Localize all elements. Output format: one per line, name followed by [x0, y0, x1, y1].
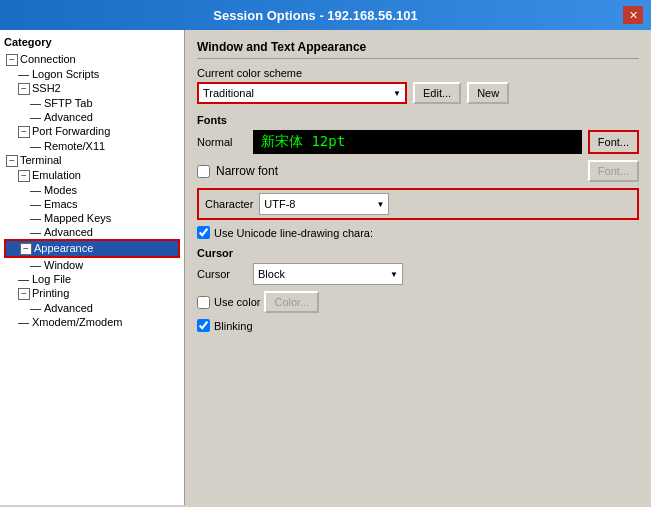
sidebar-item-printing[interactable]: −Printing	[4, 286, 180, 301]
blinking-row: Blinking	[197, 319, 639, 332]
use-color-checkbox[interactable]	[197, 296, 210, 309]
narrow-font-label: Narrow font	[216, 164, 278, 178]
dropdown-arrow-icon: ▼	[393, 89, 401, 98]
tree-item-label: SFTP Tab	[44, 97, 93, 109]
narrow-font-button[interactable]: Font...	[588, 160, 639, 182]
sidebar-item-connection[interactable]: −Connection	[4, 52, 180, 67]
normal-font-row: Normal 新宋体 12pt Font...	[197, 130, 639, 154]
leaf-spacer: —	[30, 97, 44, 109]
title-bar-text: Session Options - 192.168.56.101	[8, 8, 623, 23]
tree-item-label: Xmodem/Zmodem	[32, 316, 122, 328]
category-label: Category	[4, 36, 180, 48]
expand-icon: −	[18, 170, 30, 182]
unicode-checkbox-row: Use Unicode line-drawing chara:	[197, 226, 639, 239]
leaf-spacer: —	[30, 111, 44, 123]
sidebar-item-appearance[interactable]: −Appearance	[4, 239, 180, 258]
tree-item-label: Advanced	[44, 111, 93, 123]
sidebar-item-xmodem[interactable]: — Xmodem/Zmodem	[4, 315, 180, 329]
char-dropdown-arrow-icon: ▼	[376, 200, 384, 209]
tree-item-label: Advanced	[44, 226, 93, 238]
cursor-dropdown-arrow-icon: ▼	[390, 270, 398, 279]
expand-icon: −	[6, 54, 18, 66]
tree-item-label: Logon Scripts	[32, 68, 99, 80]
color-scheme-dropdown[interactable]: Traditional ▼	[197, 82, 407, 104]
color-scheme-value: Traditional	[203, 87, 254, 99]
use-color-row: Use color Color...	[197, 291, 639, 313]
cursor-label: Cursor	[197, 268, 247, 280]
tree-item-label: Port Forwarding	[32, 125, 110, 137]
blinking-label: Blinking	[214, 320, 253, 332]
font-button[interactable]: Font...	[588, 130, 639, 154]
tree-container: −Connection— Logon Scripts−SSH2— SFTP Ta…	[4, 52, 180, 329]
sidebar-item-emulation[interactable]: −Emulation	[4, 168, 180, 183]
sidebar: Category −Connection— Logon Scripts−SSH2…	[0, 30, 185, 505]
expand-icon: −	[18, 288, 30, 300]
sidebar-item-port-forwarding[interactable]: −Port Forwarding	[4, 124, 180, 139]
narrow-font-checkbox[interactable]	[197, 165, 210, 178]
expand-icon: −	[18, 83, 30, 95]
sidebar-item-advanced3[interactable]: — Advanced	[4, 301, 180, 315]
cursor-section: Cursor Cursor Block ▼ Use color Color...…	[197, 247, 639, 332]
color-scheme-group: Current color scheme Traditional ▼ Edit.…	[197, 67, 639, 104]
sidebar-item-remote-x11[interactable]: — Remote/X11	[4, 139, 180, 153]
main-container: Category −Connection— Logon Scripts−SSH2…	[0, 30, 651, 505]
tree-item-label: Remote/X11	[44, 140, 105, 152]
sidebar-item-emacs[interactable]: — Emacs	[4, 197, 180, 211]
sidebar-item-modes[interactable]: — Modes	[4, 183, 180, 197]
cursor-value: Block	[258, 268, 285, 280]
leaf-spacer: —	[30, 198, 44, 210]
sidebar-item-terminal[interactable]: −Terminal	[4, 153, 180, 168]
font-display: 新宋体 12pt	[253, 130, 582, 154]
tree-item-label: Modes	[44, 184, 77, 196]
expand-icon: −	[6, 155, 18, 167]
cursor-dropdown[interactable]: Block ▼	[253, 263, 403, 285]
character-dropdown[interactable]: UTF-8 ▼	[259, 193, 389, 215]
leaf-spacer: —	[18, 68, 32, 80]
leaf-spacer: —	[30, 184, 44, 196]
tree-item-label: Emacs	[44, 198, 78, 210]
fonts-section-title: Fonts	[197, 114, 639, 126]
tree-item-label: Mapped Keys	[44, 212, 111, 224]
tree-item-label: Advanced	[44, 302, 93, 314]
leaf-spacer: —	[18, 316, 32, 328]
tree-item-label: Window	[44, 259, 83, 271]
leaf-spacer: —	[30, 259, 44, 271]
tree-item-label: SSH2	[32, 82, 61, 94]
tree-item-label: Printing	[32, 287, 69, 299]
cursor-section-title: Cursor	[197, 247, 639, 259]
content-panel: Window and Text Appearance Current color…	[185, 30, 651, 505]
sidebar-item-ssh2[interactable]: −SSH2	[4, 81, 180, 96]
tree-item-label: Terminal	[20, 154, 62, 166]
normal-label: Normal	[197, 136, 247, 148]
leaf-spacer: —	[18, 273, 32, 285]
tree-item-label: Emulation	[32, 169, 81, 181]
title-bar: Session Options - 192.168.56.101 ✕	[0, 0, 651, 30]
sidebar-item-window[interactable]: — Window	[4, 258, 180, 272]
edit-button[interactable]: Edit...	[413, 82, 461, 104]
section-title: Window and Text Appearance	[197, 40, 639, 59]
expand-icon: −	[18, 126, 30, 138]
new-button[interactable]: New	[467, 82, 509, 104]
sidebar-item-advanced[interactable]: — Advanced	[4, 110, 180, 124]
sidebar-item-logon-scripts[interactable]: — Logon Scripts	[4, 67, 180, 81]
color-scheme-label: Current color scheme	[197, 67, 639, 79]
leaf-spacer: —	[30, 226, 44, 238]
tree-item-label: Log File	[32, 273, 71, 285]
narrow-font-row: Narrow font Font...	[197, 160, 639, 182]
character-label: Character	[205, 198, 253, 210]
leaf-spacer: —	[30, 212, 44, 224]
sidebar-item-log-file[interactable]: — Log File	[4, 272, 180, 286]
sidebar-item-advanced2[interactable]: — Advanced	[4, 225, 180, 239]
tree-item-label: Appearance	[34, 242, 93, 254]
leaf-spacer: —	[30, 302, 44, 314]
leaf-spacer: —	[30, 140, 44, 152]
tree-item-label: Connection	[20, 53, 76, 65]
sidebar-item-sftp-tab[interactable]: — SFTP Tab	[4, 96, 180, 110]
color-button[interactable]: Color...	[264, 291, 319, 313]
character-row: Character UTF-8 ▼	[197, 188, 639, 220]
sidebar-item-mapped-keys[interactable]: — Mapped Keys	[4, 211, 180, 225]
close-button[interactable]: ✕	[623, 6, 643, 24]
cursor-row: Cursor Block ▼	[197, 263, 639, 285]
unicode-checkbox[interactable]	[197, 226, 210, 239]
blinking-checkbox[interactable]	[197, 319, 210, 332]
